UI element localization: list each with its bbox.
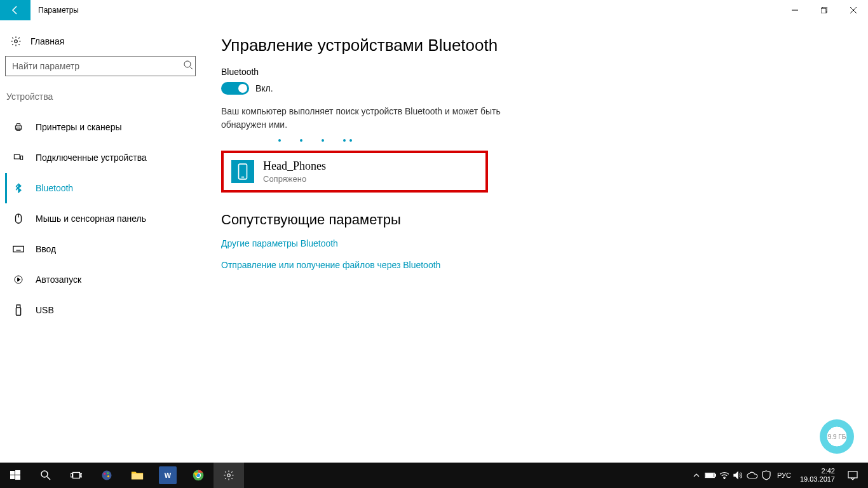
page-title: Управление устройствами Bluetooth: [221, 36, 853, 55]
tray-wifi[interactable]: [717, 463, 731, 488]
maximize-button[interactable]: [810, 0, 839, 20]
svg-rect-44: [706, 473, 714, 477]
sidebar-item-connected[interactable]: Подключенные устройства: [5, 142, 198, 173]
searching-indicator: [278, 139, 853, 142]
printer-icon: [13, 122, 24, 132]
tray-volume[interactable]: [731, 463, 745, 488]
shield-icon: [762, 470, 771, 480]
sidebar-item-label: USB: [36, 305, 54, 315]
bluetooth-label: Bluetooth: [221, 67, 853, 77]
app-chrome[interactable]: [183, 463, 214, 488]
status-text: Ваш компьютер выполняет поиск устройств …: [221, 105, 501, 132]
sidebar-item-bluetooth[interactable]: Bluetooth: [5, 173, 198, 203]
svg-rect-9: [14, 154, 20, 159]
tray-notifications[interactable]: [840, 470, 865, 480]
svg-point-28: [41, 471, 48, 477]
clock-date: 19.03.2017: [800, 475, 835, 484]
tray-onedrive[interactable]: [745, 463, 759, 488]
tray-chevron[interactable]: [689, 463, 703, 488]
svg-line-6: [190, 67, 193, 69]
svg-rect-26: [10, 475, 15, 479]
link-more-bt-options[interactable]: Другие параметры Bluetooth: [221, 238, 853, 248]
battery-icon: [705, 472, 716, 478]
volume-icon: [733, 471, 743, 480]
svg-rect-24: [10, 471, 15, 475]
svg-rect-10: [20, 156, 22, 159]
sidebar-item-label: Автозапуск: [36, 274, 81, 285]
start-button[interactable]: [0, 463, 31, 488]
sidebar: Главная Устройства Принтеры и сканеры По…: [0, 20, 203, 463]
svg-point-41: [227, 474, 231, 477]
svg-line-29: [47, 477, 50, 480]
svg-rect-43: [715, 474, 716, 477]
home-link[interactable]: Главная: [5, 30, 198, 56]
storage-text: 9.9 ГБ: [828, 433, 846, 440]
toggle-state: Вкл.: [255, 83, 273, 93]
search-button[interactable]: [31, 463, 61, 488]
usb-icon: [13, 304, 24, 316]
sidebar-item-autoplay[interactable]: Автозапуск: [5, 264, 198, 295]
minimize-button[interactable]: [780, 0, 810, 20]
notification-icon: [848, 470, 858, 480]
maximize-icon: [821, 7, 827, 13]
svg-point-45: [724, 478, 725, 479]
gear-icon: [10, 36, 22, 47]
svg-point-4: [15, 40, 18, 43]
sidebar-item-label: Подключенные устройства: [36, 152, 147, 163]
search-input[interactable]: [5, 56, 196, 76]
link-send-receive-files[interactable]: Отправление или получение файлов через B…: [221, 260, 853, 270]
storage-widget[interactable]: 9.9 ГБ: [820, 419, 854, 454]
minimize-icon: [792, 7, 798, 13]
svg-point-33: [102, 471, 112, 480]
device-name: Head_Phones: [263, 159, 326, 173]
gear-icon: [223, 470, 234, 481]
svg-point-5: [184, 61, 191, 67]
chrome-icon: [189, 466, 207, 484]
bluetooth-icon: [13, 183, 24, 193]
titlebar: Параметры: [0, 0, 868, 20]
taskbar: W РУС 2:42 19.03.2017: [0, 463, 868, 488]
back-button[interactable]: [0, 0, 31, 20]
device-item[interactable]: Head_Phones Сопряжено: [221, 151, 488, 193]
app-explorer[interactable]: [122, 463, 153, 488]
sidebar-item-label: Мышь и сенсорная панель: [36, 214, 146, 224]
windows-icon: [10, 470, 20, 480]
search-icon: [183, 60, 193, 72]
sidebar-item-printers[interactable]: Принтеры и сканеры: [5, 112, 198, 142]
home-label: Главная: [31, 36, 64, 46]
svg-rect-31: [71, 473, 72, 477]
devices-icon: [13, 152, 24, 163]
tray-language[interactable]: РУС: [773, 471, 795, 479]
cloud-icon: [747, 471, 758, 479]
taskview-button[interactable]: [61, 463, 92, 488]
category-label: Устройства: [5, 86, 198, 108]
svg-point-36: [107, 475, 109, 477]
svg-rect-1: [821, 8, 826, 13]
device-phone-icon: [231, 160, 254, 183]
sidebar-item-label: Принтеры и сканеры: [36, 122, 121, 132]
svg-rect-7: [15, 126, 21, 129]
word-icon: W: [159, 466, 177, 484]
device-status: Сопряжено: [263, 174, 326, 184]
svg-rect-21: [16, 308, 20, 315]
arrow-left-icon: [10, 5, 20, 15]
sidebar-item-typing[interactable]: Ввод: [5, 234, 198, 264]
sidebar-item-mouse[interactable]: Мышь и сенсорная панель: [5, 203, 198, 234]
app-settings[interactable]: [214, 463, 244, 488]
app-word[interactable]: W: [153, 463, 183, 488]
bluetooth-toggle[interactable]: [221, 82, 249, 95]
close-button[interactable]: [839, 0, 868, 20]
tray-clock[interactable]: 2:42 19.03.2017: [795, 467, 840, 484]
app-paint[interactable]: [92, 463, 122, 488]
svg-rect-37: [132, 473, 143, 479]
autoplay-icon: [13, 274, 24, 285]
sidebar-item-label: Bluetooth: [36, 183, 73, 193]
window-title: Параметры: [31, 6, 79, 15]
svg-rect-13: [13, 247, 24, 252]
chevron-up-icon: [693, 473, 700, 478]
tray-battery[interactable]: [703, 463, 717, 488]
sidebar-item-usb[interactable]: USB: [5, 295, 198, 325]
svg-rect-25: [15, 470, 20, 475]
svg-rect-30: [73, 473, 80, 478]
tray-defender[interactable]: [759, 463, 773, 488]
